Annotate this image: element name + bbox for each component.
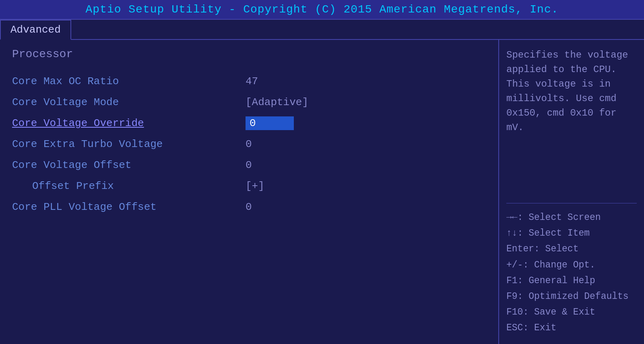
menu-item-label: Core Max OC Ratio — [12, 75, 246, 87]
help-line: This voltage is in — [506, 77, 637, 91]
menu-row[interactable]: Core PLL Voltage Offset0 — [12, 198, 486, 216]
menu-row[interactable]: Core Max OC Ratio47 — [12, 73, 486, 90]
right-panel: Specifies the voltageapplied to the CPU.… — [499, 40, 644, 344]
help-divider — [506, 203, 637, 203]
help-text: Specifies the voltageapplied to the CPU.… — [506, 48, 637, 197]
menu-row[interactable]: Offset Prefix[+] — [12, 177, 486, 195]
menu-item-label: Core Voltage Offset — [12, 159, 246, 171]
menu-item-label: Core PLL Voltage Offset — [12, 201, 246, 213]
menu-item-label: Offset Prefix — [12, 180, 246, 192]
key-hint: +/-: Change Opt. — [506, 257, 637, 273]
menu-item-label: Core Extra Turbo Voltage — [12, 138, 246, 150]
tab-advanced[interactable]: Advanced — [0, 20, 71, 40]
left-panel: Processor Core Max OC Ratio47Core Voltag… — [0, 40, 499, 344]
key-hint: ESC: Exit — [506, 320, 637, 336]
menu-item-value: [Adaptive] — [246, 96, 308, 108]
title-text: Aptio Setup Utility - Copyright (C) 2015… — [86, 3, 559, 16]
section-title: Processor — [12, 48, 486, 60]
menu-item-value: 0 — [246, 116, 294, 130]
key-hints: →←: Select Screen↑↓: Select ItemEnter: S… — [506, 210, 637, 336]
key-hint: F9: Optimized Defaults — [506, 289, 637, 305]
tab-row: Advanced — [0, 20, 644, 40]
menu-item-value: 0 — [246, 201, 252, 213]
menu-row[interactable]: Core Extra Turbo Voltage0 — [12, 135, 486, 153]
title-bar: Aptio Setup Utility - Copyright (C) 2015… — [0, 0, 644, 20]
help-line: applied to the CPU. — [506, 62, 637, 77]
key-hint: →←: Select Screen — [506, 210, 637, 226]
main-content: Processor Core Max OC Ratio47Core Voltag… — [0, 40, 644, 344]
key-hint: ↑↓: Select Item — [506, 226, 637, 241]
key-hint: F1: General Help — [506, 273, 637, 289]
menu-row[interactable]: Core Voltage Offset0 — [12, 156, 486, 174]
menu-item-value: 0 — [246, 138, 252, 150]
menu-item-value: 47 — [246, 75, 258, 87]
key-hint: F10: Save & Exit — [506, 305, 637, 320]
menu-list: Core Max OC Ratio47Core Voltage Mode[Ada… — [12, 73, 486, 216]
menu-item-value: [+] — [246, 180, 264, 192]
menu-item-label: Core Voltage Override — [12, 117, 246, 129]
help-line: Specifies the voltage — [506, 48, 637, 62]
help-line: mV. — [506, 120, 637, 135]
menu-row[interactable]: Core Voltage Mode[Adaptive] — [12, 93, 486, 111]
menu-item-value: 0 — [246, 159, 252, 171]
help-line: millivolts. Use cmd — [506, 91, 637, 106]
menu-row[interactable]: Core Voltage Override0 — [12, 114, 486, 132]
key-hint: Enter: Select — [506, 241, 637, 257]
menu-item-label: Core Voltage Mode — [12, 96, 246, 108]
help-line: 0x150, cmd 0x10 for — [506, 106, 637, 120]
